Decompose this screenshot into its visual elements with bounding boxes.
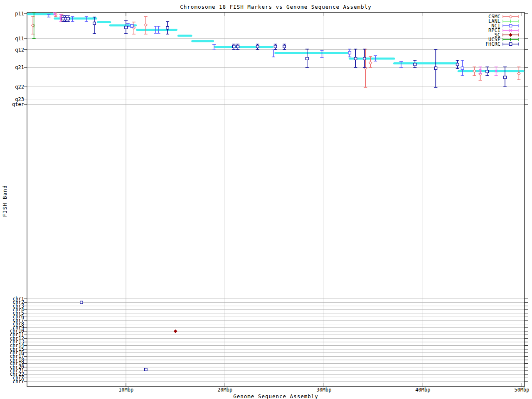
marker <box>509 33 512 36</box>
marker <box>174 330 177 332</box>
y-axis-label: FISH Band <box>2 182 8 220</box>
series-SC <box>174 330 177 332</box>
marker <box>144 23 147 26</box>
assembly-band <box>393 62 458 64</box>
marker <box>274 45 276 48</box>
x-tick-label-40: 40Mbp <box>415 387 430 393</box>
marker <box>461 67 463 69</box>
x-axis-label: Genome Sequence Assembly <box>27 393 525 399</box>
marker <box>256 45 259 48</box>
marker <box>434 67 437 69</box>
marker <box>348 52 351 54</box>
marker <box>236 45 239 48</box>
series-FHCRC <box>62 16 507 371</box>
legend-entry-FHCRC: FHCRC <box>485 41 518 47</box>
marker <box>414 63 416 66</box>
x-tick-label-50: 50Mbp <box>514 387 529 393</box>
marker <box>125 26 127 29</box>
assembly-band <box>191 40 214 42</box>
chr-label-chrY: chrY <box>12 379 24 384</box>
assembly-band <box>97 21 111 23</box>
marker <box>456 63 459 66</box>
x-tick-label-20: 20Mbp <box>217 387 232 393</box>
marker <box>363 57 366 60</box>
marker <box>283 45 286 48</box>
marker <box>504 76 506 79</box>
series-CSMC <box>31 13 520 87</box>
assembly-band <box>458 70 525 72</box>
assembly-band <box>136 29 177 31</box>
marker <box>232 45 235 48</box>
marker <box>517 72 520 75</box>
axis-tick-labels: p11q11q12q21q22q23qterchr1chr2chr3chr4ch… <box>10 11 529 393</box>
marker <box>80 301 83 304</box>
assembly-band <box>214 46 273 48</box>
gridlines <box>27 12 525 387</box>
fish-chart-figure: Chromosome 18 FISH Markers vs Genome Seq… <box>0 0 532 399</box>
marker <box>354 57 357 60</box>
band-label-q12: q12 <box>15 47 24 53</box>
x-tick-label-10: 10Mbp <box>118 387 133 393</box>
assembly-band-segments <box>27 13 524 73</box>
marker <box>145 368 147 371</box>
marker <box>166 27 169 29</box>
marker <box>486 70 488 73</box>
chart-canvas: p11q11q12q21q22q23qterchr1chr2chr3chr4ch… <box>0 0 532 399</box>
marker <box>509 25 512 27</box>
band-label-p11: p11 <box>15 11 24 17</box>
band-label-qter: qter <box>12 101 24 107</box>
marker <box>306 57 308 60</box>
band-label-q11: q11 <box>15 36 24 42</box>
plot-border <box>27 12 525 387</box>
legend-entry-RPCI: RPCI <box>488 27 518 33</box>
marker <box>509 43 512 45</box>
marker <box>67 17 69 20</box>
x-tick-label-30: 30Mbp <box>316 387 331 393</box>
marker <box>509 15 512 18</box>
marker <box>131 25 133 27</box>
series-NCI <box>47 15 464 76</box>
assembly-band <box>177 35 192 37</box>
marker <box>93 22 96 25</box>
band-label-q22: q22 <box>15 84 24 90</box>
assembly-band <box>274 52 350 54</box>
marker <box>369 61 372 64</box>
axis-ticks <box>24 12 528 387</box>
band-label-q21: q21 <box>15 64 24 70</box>
legend-label-FHCRC: FHCRC <box>485 41 500 47</box>
